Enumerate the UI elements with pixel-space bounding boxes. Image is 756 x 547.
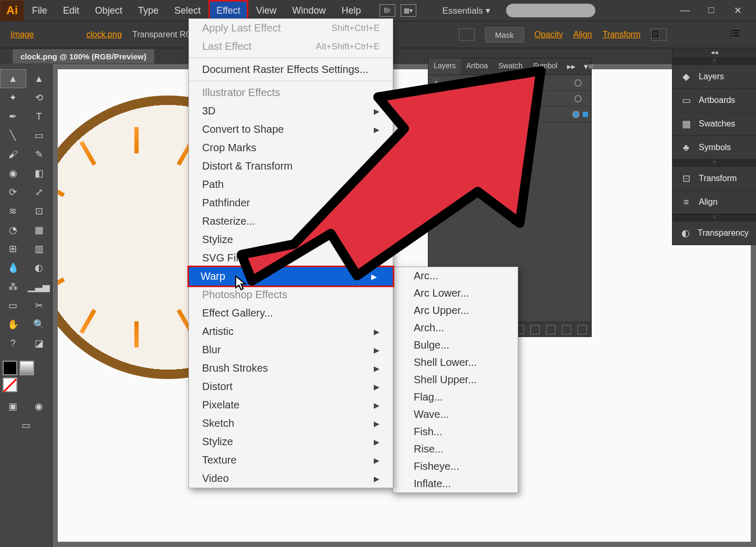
menu-stylize-ps[interactable]: Stylize▶ [189,433,393,451]
free-transform-tool[interactable]: ⊡ [26,202,52,220]
menu-3d[interactable]: 3D▶ [189,102,393,120]
panel-expand-icon[interactable]: ▸▸ [563,58,580,75]
menu-artistic[interactable]: Artistic▶ [189,322,393,341]
panel-menu-icon[interactable]: ▾≡ [580,58,597,75]
layer-name[interactable]: . [485,94,571,103]
tab-swatches[interactable]: Swatch [493,58,528,75]
menu-stylize[interactable]: Stylize▶ [189,230,393,249]
help-tool[interactable]: ? [0,334,26,353]
dock-collapse-icon[interactable]: ◂◂ [673,48,756,58]
perspective-tool[interactable]: ▦ [26,220,52,239]
opacity-link[interactable]: Opacity [534,30,563,39]
symbol-sprayer-tool[interactable]: ⁂ [0,277,26,296]
menu-svg-filters[interactable]: SVG Filters▶ [189,249,393,267]
target-icon[interactable] [574,79,582,87]
visibility-icon[interactable] [432,110,441,119]
line-tool[interactable]: ╲ [0,126,26,145]
warp-rise[interactable]: Rise... [393,440,518,458]
color-swatches[interactable] [0,358,52,397]
eyedropper-tool[interactable]: 💧 [0,258,26,277]
delete-icon[interactable] [578,325,587,334]
graph-tool[interactable]: ▁▃▅ [26,277,52,296]
warp-arc-upper[interactable]: Arc Upper... [393,302,518,319]
width-tool[interactable]: ≋ [0,202,26,220]
visibility-icon[interactable] [432,78,441,88]
warp-bulge[interactable]: Bulge... [393,336,518,354]
paintbrush-tool[interactable]: 🖌 [0,145,26,164]
pen-tool[interactable]: ✒ [0,107,26,126]
dock-symbols[interactable]: ♣Symbols [673,136,756,160]
menu-pixelate[interactable]: Pixelate▶ [189,396,393,414]
hand-tool[interactable]: ✋ [0,315,26,334]
target-icon[interactable] [572,111,580,118]
file-link[interactable]: clock.png [86,30,122,39]
scale-tool[interactable]: ⤢ [26,183,52,202]
tab-artboards[interactable]: Artboa [461,58,493,75]
menu-warp[interactable]: Warp▶ [187,266,394,287]
menu-edit[interactable]: Edit [55,0,87,22]
draw-mode-tool[interactable]: ◉ [26,397,52,416]
rectangle-tool[interactable]: ▭ [26,126,52,145]
magic-wand-tool[interactable]: ✦ [0,88,26,107]
clip-mask-icon[interactable] [530,325,540,334]
rotate-tool[interactable]: ⟳ [0,183,26,202]
minimize-button[interactable]: — [677,5,693,16]
warp-flag[interactable]: Flag... [393,388,518,406]
menu-brush-strokes[interactable]: Brush Strokes▶ [189,359,393,377]
dock-transparency[interactable]: ◐Transparency [673,222,756,245]
menu-blur[interactable]: Blur▶ [189,341,393,359]
warp-shell-upper[interactable]: Shell Upper... [393,371,518,388]
pencil-tool[interactable]: ✎ [26,145,52,164]
selection-tool[interactable]: ▲ [0,69,26,88]
warp-inflate[interactable]: Inflate... [393,475,518,492]
warp-fisheye[interactable]: Fisheye... [393,458,518,475]
warp-arch[interactable]: Arch... [393,319,518,336]
lasso-tool[interactable]: ⟲ [26,88,52,107]
layer-row[interactable]: ▾ Layer 1 [428,75,591,91]
blend-tool[interactable]: ◐ [26,258,52,277]
layer-name[interactable]: Layer 1 [482,79,571,87]
shape-builder-tool[interactable]: ◔ [0,220,26,239]
type-tool[interactable]: T [26,107,52,126]
search-input[interactable] [506,4,595,17]
document-tab[interactable]: clock.png @ 100% (RGB/Preview) [13,49,154,64]
blob-brush-tool[interactable]: ◉ [0,164,26,183]
image-link[interactable]: Image [10,30,34,39]
new-sublayer-icon[interactable] [546,325,555,334]
dock-artboards[interactable]: ▭Artboards [673,89,756,112]
warp-fish[interactable]: Fish... [393,423,518,440]
menu-distort[interactable]: Distort▶ [189,377,393,396]
isolate-icon[interactable]: ⊡ [651,28,667,41]
menu-file[interactable]: File [24,0,55,22]
slice-tool[interactable]: ✂ [26,296,52,315]
arrange-docs-icon[interactable]: ▦▾ [401,4,416,17]
gradient-tool[interactable]: ▥ [26,239,52,258]
zoom-tool[interactable]: 🔍 [26,315,52,334]
dock-align[interactable]: ≡Align [673,191,756,214]
align-link[interactable]: Align [573,30,592,39]
menu-video[interactable]: Video▶ [189,469,393,488]
menu-sketch[interactable]: Sketch▶ [189,414,393,433]
warp-shell-lower[interactable]: Shell Lower... [393,354,518,371]
dock-layers[interactable]: ◆Layers [673,65,756,89]
target-icon[interactable] [574,95,582,102]
direct-selection-tool[interactable]: ▲ [26,69,52,88]
maximize-button[interactable]: □ [704,5,719,16]
menu-rasterize[interactable]: Rasterize... [189,212,393,230]
menu-distort-transform[interactable]: Distort & Transform▶ [189,157,393,175]
menu-texture[interactable]: Texture▶ [189,451,393,469]
artboard-tool[interactable]: ▭ [0,296,26,315]
change-screen-tool[interactable]: ▭ [13,416,39,435]
menu-effect-gallery[interactable]: Effect Gallery... [189,304,393,322]
menu-type[interactable]: Type [130,0,166,22]
screen-mode-tool[interactable]: ▣ [0,397,26,416]
new-layer-icon[interactable] [562,325,571,334]
menu-object[interactable]: Object [87,0,130,22]
menu-convert-shape[interactable]: Convert to Shape▶ [189,120,393,139]
layer-row[interactable]: ... [428,107,591,122]
layer-row[interactable]: . [428,91,591,107]
mask-button[interactable]: Mask [485,27,524,43]
transform-link[interactable]: Transform [603,30,640,39]
workspace-switcher[interactable]: Essentials ▾ [427,5,506,16]
menu-crop-marks[interactable]: Crop Marks [189,139,393,157]
